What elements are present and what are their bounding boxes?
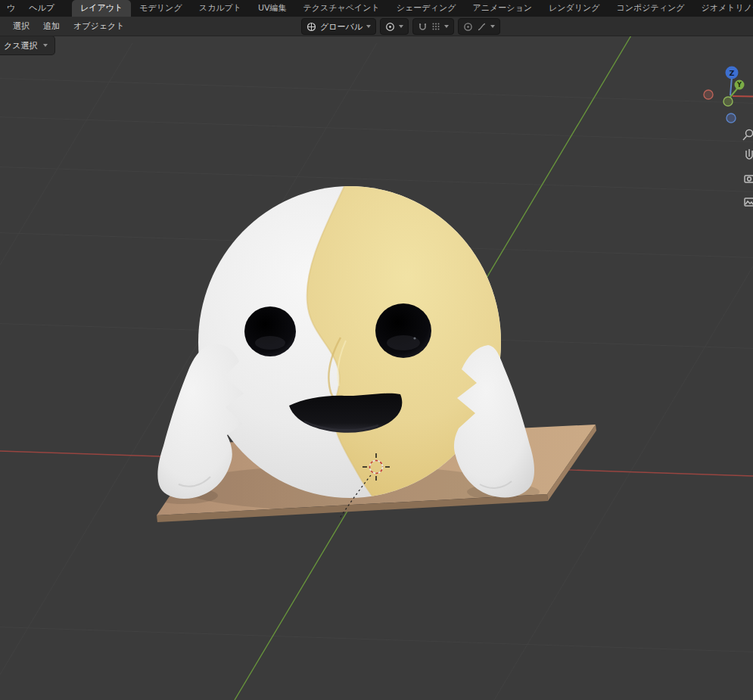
- tab-texture-paint[interactable]: テクスチャペイント: [295, 0, 388, 17]
- workspace-tabs: レイアウト モデリング スカルプト UV編集 テクスチャペイント シェーディング…: [72, 0, 753, 17]
- tab-layout[interactable]: レイアウト: [72, 0, 131, 17]
- tab-animation[interactable]: アニメーション: [464, 0, 540, 17]
- snap-grid-icon: [431, 22, 440, 31]
- transform-orientation-dropdown[interactable]: グローバル: [301, 18, 376, 35]
- blender-window: Z Y ウ ヘル: [0, 0, 753, 700]
- active-tool-label: クス選択: [4, 40, 38, 51]
- menu-add[interactable]: 追加: [36, 17, 67, 36]
- gizmo-neg-y-ball[interactable]: [723, 97, 733, 106]
- viewport-3d[interactable]: Z Y: [0, 0, 753, 700]
- chevron-down-icon: [444, 25, 449, 28]
- gizmo-y-label: Y: [736, 82, 742, 89]
- menu-help[interactable]: ヘルプ: [22, 0, 61, 17]
- menu-object[interactable]: オブジェクト: [67, 17, 132, 36]
- tab-modeling[interactable]: モデリング: [131, 0, 190, 17]
- tab-shading[interactable]: シェーディング: [388, 0, 465, 17]
- pivot-point-dropdown[interactable]: [380, 18, 409, 35]
- orientation-globe-icon: [306, 22, 316, 32]
- gizmo-x-axis[interactable]: [733, 96, 753, 97]
- gizmo-neg-x-ball[interactable]: [704, 90, 713, 99]
- pivot-point-icon: [385, 22, 395, 32]
- tab-compositing[interactable]: コンポジティング: [608, 0, 692, 17]
- gizmo-neg-z-ball[interactable]: [727, 114, 736, 123]
- chevron-down-icon: [490, 25, 495, 28]
- proportional-edit-icon: [463, 22, 473, 32]
- tab-sculpting[interactable]: スカルプト: [191, 0, 250, 17]
- active-tool-dropdown[interactable]: クス選択: [0, 36, 55, 55]
- chevron-down-icon: [366, 25, 371, 28]
- menu-window[interactable]: ウ: [0, 0, 22, 17]
- transform-orientation-value: グローバル: [320, 21, 362, 33]
- proportional-editing-controls[interactable]: [458, 18, 500, 35]
- magnet-icon: [418, 22, 428, 32]
- chevron-down-icon: [399, 25, 403, 28]
- falloff-curve-icon: [477, 22, 487, 32]
- snapping-controls[interactable]: [412, 18, 454, 35]
- viewport-header: 選択 追加 オブジェクト グローバル: [0, 17, 753, 36]
- chevron-down-icon: [43, 44, 48, 47]
- gizmo-z-label: Z: [730, 69, 735, 77]
- tab-rendering[interactable]: レンダリング: [540, 0, 608, 17]
- transform-controls: グローバル: [301, 18, 500, 35]
- topbar: ウ ヘルプ レイアウト モデリング スカルプト UV編集 テクスチャペイント シ…: [0, 0, 753, 17]
- tab-uv-editing[interactable]: UV編集: [250, 0, 295, 17]
- menu-select[interactable]: 選択: [6, 17, 36, 36]
- tab-geometry-nodes[interactable]: ジオメトリノード: [693, 0, 753, 17]
